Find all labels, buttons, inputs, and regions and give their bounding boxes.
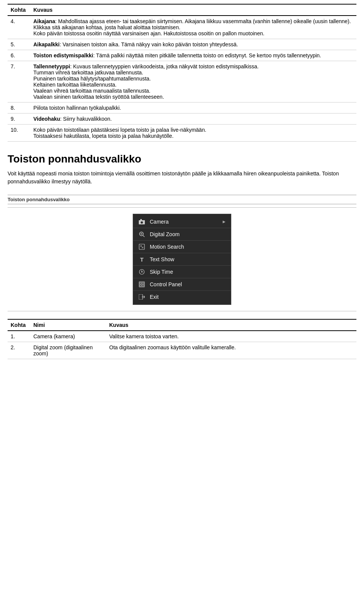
popup-menu-item-control-panel: Control Panel: [133, 278, 231, 291]
row-text: Vaalean vihreä tarkoittaa manuaalista ta…: [33, 88, 151, 94]
row-text: Tumman vihreä tarkoittaa jatkuvaa tallen…: [33, 69, 143, 76]
svg-point-1: [141, 221, 143, 224]
exit-label: Exit: [150, 294, 226, 300]
row-content: Koko päivän toistotilaan päästäksesi lop…: [30, 125, 356, 142]
exit-icon: [138, 293, 146, 300]
motion-search-icon: [138, 243, 146, 250]
svg-rect-8: [140, 245, 142, 247]
row-desc: Valitse kamera toistoa varten.: [106, 331, 356, 342]
col-header-kohta: Kohta: [8, 4, 30, 16]
info-table: Kohta Kuvaus 4. Aikajana: Mahdollistaa a…: [8, 4, 356, 142]
motion-search-label: Motion Search: [150, 244, 226, 250]
row-text: Keltainen tarkoittaa liiketallennusta.: [33, 82, 116, 88]
skip-time-icon: [138, 268, 146, 275]
bold-term: Tallennetyyppi: [33, 63, 70, 69]
row-content: Tallennetyyppi: Kuvaus tallennetyyppien …: [30, 61, 356, 103]
popup-menu-item-skip-time: Skip Time: [133, 266, 231, 278]
row-text: : Siirry hakuvalikkoon.: [60, 116, 112, 122]
row-number: 1.: [8, 331, 30, 342]
text-show-label: Text Show: [150, 256, 226, 262]
bold-term: Aikapalkki: [33, 41, 60, 47]
digital-zoom-icon: [138, 231, 146, 238]
bottom-table: Kohta Nimi Kuvaus 1. Camera (kamera) Val…: [8, 319, 356, 359]
popup-menu-item-motion-search: Motion Search: [133, 241, 231, 253]
svg-rect-9: [142, 247, 143, 248]
table-row: 6. Toiston edistymispalkki: Tämä palkki …: [8, 50, 356, 61]
skip-time-label: Skip Time: [150, 269, 226, 275]
row-text: : Kuvaus tallennetyyppien värikoodeista,…: [70, 63, 259, 69]
section-title: Toiston ponnahdusvalikko: [8, 153, 356, 165]
row-number: 10.: [8, 125, 30, 142]
row-text: Piilota toiston hallinnan työkalupalkki.: [33, 105, 121, 111]
bold-term: Aikajana: [33, 18, 55, 24]
svg-rect-17: [140, 285, 141, 286]
table-row: 2. Digital zoom (digitaalinen zoom) Ota …: [8, 342, 356, 359]
svg-rect-2: [140, 219, 142, 220]
row-text: : Tämä palkki näyttää miten pitkälle tal…: [93, 52, 321, 58]
control-panel-icon: [138, 281, 146, 288]
table-row: 8. Piilota toiston hallinnan työkalupalk…: [8, 103, 356, 114]
popup-menu: Camera ► Digital Zoom: [133, 214, 231, 305]
table-row: 1. Camera (kamera) Valitse kamera toisto…: [8, 331, 356, 342]
svg-rect-18: [142, 285, 144, 286]
row-content: Videohaku: Siirry hakuvalikkoon.: [30, 114, 356, 125]
section-intro: Voit käyttää nopeasti monia toiston toim…: [8, 170, 356, 186]
camera-icon: [138, 218, 146, 225]
row-text: : Varsinaisen toiston aika. Tämä näkyy v…: [60, 41, 238, 47]
row-content: Aikajana: Mahdollistaa ajassa eteen- tai…: [30, 16, 356, 39]
text-show-icon: T: [138, 256, 146, 263]
row-number: 4.: [8, 16, 30, 39]
row-number: 9.: [8, 114, 30, 125]
popup-menu-item-text-show: T Text Show: [133, 253, 231, 266]
col-header-kohta: Kohta: [8, 319, 30, 331]
row-content: Toiston edistymispalkki: Tämä palkki näy…: [30, 50, 356, 61]
digital-zoom-label: Digital Zoom: [150, 231, 226, 237]
popup-menu-wrapper: Camera ► Digital Zoom: [8, 207, 356, 311]
row-number: 7.: [8, 61, 30, 103]
table-row: 5. Aikapalkki: Varsinaisen toiston aika.…: [8, 39, 356, 50]
control-panel-label: Control Panel: [150, 281, 226, 287]
row-content: Piilota toiston hallinnan työkalupalkki.: [30, 103, 356, 114]
popup-menu-item-exit: Exit: [133, 291, 231, 303]
col-header-nimi: Nimi: [30, 319, 106, 331]
col-header-kuvaus: Kuvaus: [106, 319, 356, 331]
bottom-table-header: Kohta Nimi Kuvaus: [8, 319, 356, 331]
bold-term: Toiston edistymispalkki: [33, 52, 93, 58]
camera-arrow-icon: ►: [222, 219, 226, 224]
bold-term: Videohaku: [33, 116, 60, 122]
table-row: 4. Aikajana: Mahdollistaa ajassa eteen- …: [8, 16, 356, 39]
svg-rect-16: [142, 282, 144, 284]
popup-menu-item-camera: Camera ►: [133, 216, 231, 228]
row-text-2: Koko päivän toistossa osoitin näyttää va…: [33, 30, 264, 36]
table-row: 10. Koko päivän toistotilaan päästäksesi…: [8, 125, 356, 142]
table-row: 7. Tallennetyyppi: Kuvaus tallennetyyppi…: [8, 61, 356, 103]
row-number: 8.: [8, 103, 30, 114]
row-text: Toistaaksesi hakutilasta, lopeta toisto …: [33, 133, 174, 139]
col-header-kuvaus: Kuvaus: [30, 4, 356, 16]
row-text: : Mahdollistaa ajassa eteen- tai taaksep…: [33, 18, 351, 30]
svg-line-4: [143, 235, 144, 237]
row-name: Camera (kamera): [30, 331, 106, 342]
row-desc: Ota digitaalinen zoomaus käyttöön valitu…: [106, 342, 356, 359]
table-header-row: Kohta Kuvaus: [8, 4, 356, 16]
row-content: Aikapalkki: Varsinaisen toiston aika. Tä…: [30, 39, 356, 50]
row-name: Digital zoom (digitaalinen zoom): [30, 342, 106, 359]
row-number: 6.: [8, 50, 30, 61]
row-number: 2.: [8, 342, 30, 359]
popup-menu-item-digital-zoom: Digital Zoom: [133, 228, 231, 241]
popup-section-label: Toiston ponnahdusvalikko: [8, 195, 356, 204]
row-text: Koko päivän toistotilaan päästäksesi lop…: [33, 127, 206, 133]
row-number: 5.: [8, 39, 30, 50]
camera-label: Camera: [150, 219, 222, 225]
svg-rect-15: [140, 282, 141, 284]
row-text: Punainen tarkoittaa hälytys/tapahtumatal…: [33, 76, 151, 82]
table-row: 9. Videohaku: Siirry hakuvalikkoon.: [8, 114, 356, 125]
row-text: Vaalean sininen tarkoittaa tekstin syött…: [33, 94, 164, 100]
